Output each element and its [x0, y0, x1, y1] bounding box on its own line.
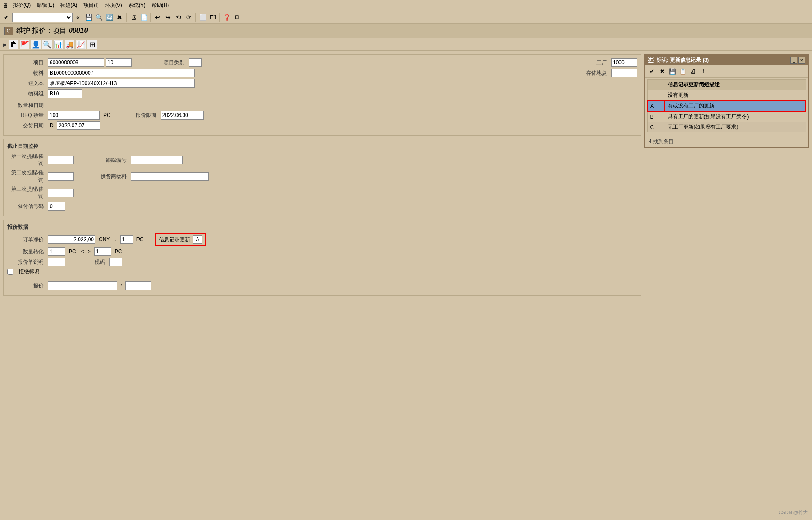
- popup-print-btn[interactable]: 🖨: [688, 66, 698, 76]
- short-text-input[interactable]: [48, 79, 195, 88]
- delivery-input[interactable]: [57, 121, 100, 130]
- third-reminder-input[interactable]: [48, 189, 74, 197]
- row-desc: 没有更新: [665, 90, 806, 101]
- quote-note-input[interactable]: [48, 258, 65, 266]
- popup-close-btn[interactable]: ✕: [798, 57, 805, 64]
- factory-input[interactable]: [611, 58, 637, 67]
- track-num-input[interactable]: [131, 156, 183, 164]
- payment-signal-row: 催付信号码: [7, 202, 637, 211]
- back-btn[interactable]: «: [73, 13, 83, 22]
- title-icon: Q: [4, 27, 13, 35]
- monitor-btn[interactable]: 🖥: [232, 13, 242, 22]
- quote-price-input1[interactable]: [48, 281, 117, 290]
- quote-deadline-input[interactable]: [161, 111, 204, 120]
- popup-page-btn[interactable]: 📋: [678, 66, 688, 76]
- currency-text: CNY: [97, 236, 111, 243]
- menu-help[interactable]: 帮助(H): [149, 1, 172, 10]
- quote-price-sep: /: [119, 283, 124, 289]
- deadline-section: 截止日期监控 第一次提醒/催询 跟踪编号 第二次提醒/催询 供货商物料 第三次提…: [3, 139, 641, 216]
- material-group-input[interactable]: [48, 89, 82, 98]
- undo3-btn[interactable]: ⟲: [174, 13, 183, 22]
- refresh-btn[interactable]: 🔄: [105, 13, 114, 22]
- popup-table-container: 信息记录更新简短描述 没有更新A有或没有工厂的更新B具有工厂的更新(如果没有工厂…: [645, 78, 808, 134]
- undo4-btn[interactable]: ⟳: [184, 13, 193, 22]
- sub-nav-btn[interactable]: 🚚: [65, 40, 74, 49]
- menu-system[interactable]: 系统(Y): [126, 1, 148, 10]
- supplier-material-input[interactable]: [131, 172, 209, 181]
- check-button[interactable]: ✔: [2, 13, 11, 22]
- print2-btn[interactable]: 📄: [139, 13, 149, 22]
- menu-title[interactable]: 标题(A): [57, 1, 80, 10]
- third-reminder-row: 第三次提醒/催询: [7, 186, 637, 200]
- popup-check-btn[interactable]: ✔: [647, 66, 657, 76]
- menu-env[interactable]: 环境(V): [102, 1, 125, 10]
- sub-person-btn[interactable]: 👤: [31, 40, 41, 49]
- reject-flag-checkbox[interactable]: [7, 269, 13, 275]
- sub-grid-btn[interactable]: ⊞: [87, 40, 97, 49]
- layout2-btn[interactable]: 🗔: [208, 13, 218, 22]
- material-input[interactable]: [48, 69, 195, 77]
- sub-flag-btn[interactable]: 🚩: [20, 40, 29, 49]
- menu-quote[interactable]: 报价(Q): [10, 1, 33, 10]
- price-per-qty-input[interactable]: [120, 235, 133, 244]
- sub-table-btn[interactable]: 📊: [54, 40, 63, 49]
- first-reminder-input[interactable]: [48, 156, 74, 164]
- row-code: A: [647, 101, 665, 111]
- print-btn[interactable]: 🖨: [129, 13, 138, 22]
- second-reminder-row: 第二次提醒/催询 供货商物料: [7, 169, 637, 184]
- project-input[interactable]: [48, 58, 104, 67]
- sep2: [150, 13, 151, 22]
- save-btn[interactable]: 💾: [84, 13, 93, 22]
- quote-data-title: 报价数据: [7, 224, 637, 231]
- qty-to-input[interactable]: [94, 247, 111, 256]
- project-type-input[interactable]: [189, 58, 202, 67]
- popup-minimize-btn[interactable]: _: [790, 57, 797, 64]
- rfq-qty-input[interactable]: [48, 111, 100, 120]
- command-dropdown[interactable]: [12, 13, 73, 22]
- quote-price-input2[interactable]: [125, 281, 151, 290]
- menu-edit[interactable]: 编辑(E): [34, 1, 57, 10]
- popup-table-row[interactable]: 没有更新: [647, 90, 806, 101]
- sub-find-btn[interactable]: 🔍: [42, 40, 52, 49]
- popup-table-row[interactable]: C无工厂更新(如果没有工厂要求): [647, 122, 806, 132]
- quote-note-label: 报价单说明: [7, 258, 46, 266]
- sep4: [219, 13, 220, 22]
- storage-input[interactable]: [611, 69, 637, 77]
- second-reminder-input[interactable]: [48, 172, 74, 181]
- project-row: 项目 项目类别 工厂: [7, 58, 637, 67]
- qty-convert-label: 数量转化: [7, 248, 46, 255]
- menu-item[interactable]: 项目(I): [81, 1, 101, 10]
- payment-signal-input[interactable]: [48, 202, 65, 211]
- sep1: [126, 13, 127, 22]
- popup-table-row[interactable]: A有或没有工厂的更新: [647, 101, 806, 111]
- popup-info-btn[interactable]: ℹ: [699, 66, 708, 76]
- stop-btn[interactable]: ✖: [115, 13, 124, 22]
- quote-data-section: 报价数据 订单净价 CNY . PC 信息记录更新 A 数量转化 PC: [3, 220, 641, 296]
- first-reminder-row: 第一次提醒/催询 跟踪编号: [7, 153, 637, 167]
- popup-table-row[interactable]: B具有工厂的更新(如果没有工厂禁令): [647, 111, 806, 122]
- search-btn[interactable]: 🔍: [94, 13, 104, 22]
- undo2-btn[interactable]: ↪: [163, 13, 173, 22]
- sub-delete-btn[interactable]: 🗑: [9, 40, 18, 49]
- app-icon: 🖥: [2, 2, 10, 9]
- popup-cross-btn[interactable]: ✖: [657, 66, 667, 76]
- order-price-label: 订单净价: [7, 236, 46, 243]
- col-code-header: [647, 80, 665, 90]
- project-sub-input[interactable]: [106, 58, 132, 67]
- sub-chart-btn[interactable]: 📈: [76, 40, 86, 49]
- row-code: B: [647, 111, 665, 122]
- popup-save-btn[interactable]: 💾: [668, 66, 677, 76]
- info-record-value[interactable]: A: [193, 235, 202, 244]
- help-btn[interactable]: ❓: [222, 13, 232, 22]
- qty-from-unit: PC: [67, 249, 78, 255]
- page-title: 维护 报价：项目 00010: [16, 26, 88, 35]
- undo-btn[interactable]: ↩: [153, 13, 162, 22]
- tax-code-input[interactable]: [109, 258, 122, 266]
- quote-note-row: 报价单说明 税码: [7, 258, 637, 266]
- col-desc-header: 信息记录更新简短描述: [665, 80, 806, 90]
- nav-arrow: ▶: [3, 42, 7, 47]
- order-price-input[interactable]: [48, 235, 95, 244]
- title-bar: Q 维护 报价：项目 00010: [0, 24, 812, 38]
- qty-from-input[interactable]: [48, 247, 65, 256]
- layout1-btn[interactable]: ⬜: [198, 13, 207, 22]
